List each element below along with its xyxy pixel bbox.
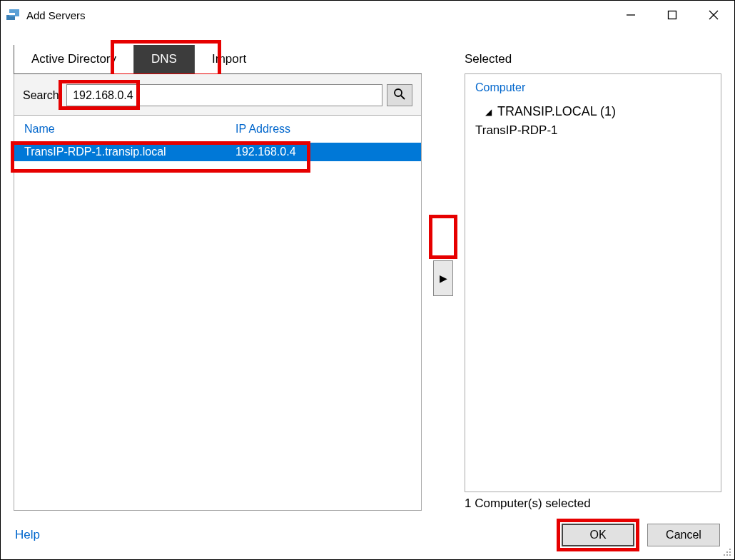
svg-point-13 [726, 554, 728, 556]
close-button[interactable] [693, 1, 734, 29]
search-icon [393, 88, 406, 103]
search-area: Search: [14, 74, 422, 116]
search-button[interactable] [387, 84, 412, 106]
svg-point-11 [729, 551, 731, 553]
content-area: Active Directory DNS Import Search: Name… [1, 29, 734, 511]
footer: Help OK Cancel [1, 511, 734, 559]
right-pane: Selected Computer ◢ TRANSIP.LOCAL (1) Tr… [465, 45, 721, 511]
titlebar: Add Servers [1, 1, 734, 29]
search-label: Search: [23, 89, 62, 102]
tab-bar: Active Directory DNS Import [14, 45, 422, 74]
expand-collapse-icon[interactable]: ◢ [485, 107, 492, 117]
selected-group[interactable]: ◢ TRANSIP.LOCAL (1) [485, 104, 711, 119]
selected-box: Computer ◢ TRANSIP.LOCAL (1) TransIP-RDP… [465, 73, 721, 492]
svg-point-10 [726, 551, 728, 553]
svg-rect-2 [6, 13, 15, 15]
highlight-search-input [59, 80, 140, 110]
selected-heading: Selected [465, 52, 721, 73]
svg-point-9 [729, 549, 731, 550]
transfer-column: ▶ [429, 45, 457, 511]
resize-grip-icon[interactable] [721, 546, 731, 556]
highlight-dns-tab [111, 40, 221, 77]
group-label: TRANSIP.LOCAL (1) [497, 104, 616, 119]
highlight-result-row [11, 141, 310, 173]
cancel-button[interactable]: Cancel [647, 524, 720, 546]
help-link[interactable]: Help [15, 528, 40, 542]
add-to-selected-button[interactable]: ▶ [433, 260, 453, 296]
column-name[interactable]: Name [24, 123, 235, 136]
results-list: Name IP Address TransIP-RDP-1.transip.lo… [14, 116, 422, 511]
column-computer[interactable]: Computer [475, 81, 711, 94]
maximize-button[interactable] [652, 1, 693, 29]
highlight-arrow-button [429, 215, 457, 259]
svg-line-8 [401, 96, 405, 99]
results-header: Name IP Address [14, 116, 421, 143]
left-pane: Active Directory DNS Import Search: Name… [14, 45, 422, 511]
chevron-right-icon: ▶ [440, 273, 447, 284]
svg-rect-4 [669, 11, 676, 19]
server-manager-icon [6, 9, 21, 21]
minimize-button[interactable] [610, 1, 652, 29]
window-title: Add Servers [26, 9, 610, 21]
svg-point-7 [395, 89, 402, 96]
column-ip[interactable]: IP Address [235, 123, 421, 136]
window-controls [610, 1, 734, 29]
highlight-ok-button [557, 519, 639, 551]
selected-count: 1 Computer(s) selected [465, 492, 721, 511]
svg-point-12 [724, 554, 725, 556]
selected-item[interactable]: TransIP-RDP-1 [475, 123, 711, 138]
svg-point-14 [729, 554, 731, 556]
